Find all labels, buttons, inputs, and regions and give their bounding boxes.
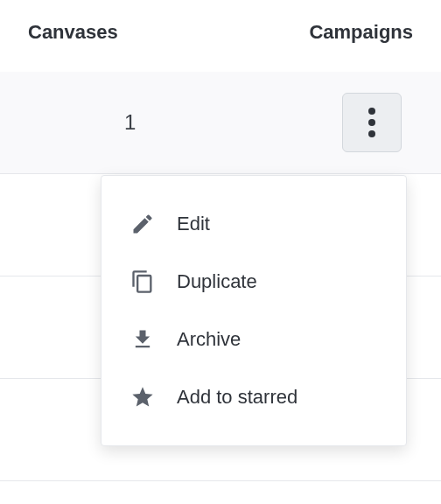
canvases-column-header: Canvases <box>28 21 118 44</box>
menu-item-label: Archive <box>177 328 241 351</box>
menu-item-add-to-starred[interactable]: Add to starred <box>102 368 406 426</box>
row-actions-button[interactable] <box>342 93 402 152</box>
menu-item-archive[interactable]: Archive <box>102 311 406 368</box>
pencil-icon <box>130 211 156 237</box>
kebab-icon <box>368 108 375 137</box>
menu-item-duplicate[interactable]: Duplicate <box>102 253 406 311</box>
row-actions-menu: Edit Duplicate Archive Add to starred <box>101 175 407 446</box>
campaigns-column-header: Campaigns <box>309 21 413 44</box>
copy-icon <box>130 269 156 295</box>
menu-item-label: Edit <box>177 213 210 235</box>
menu-item-label: Add to starred <box>177 386 298 409</box>
canvas-count: 1 <box>124 110 136 135</box>
table-row: 1 <box>0 72 441 174</box>
menu-item-edit[interactable]: Edit <box>102 195 406 253</box>
archive-icon <box>130 326 156 353</box>
star-icon <box>130 384 156 410</box>
menu-item-label: Duplicate <box>177 270 257 293</box>
column-header-row: Canvases Campaigns <box>0 0 441 72</box>
